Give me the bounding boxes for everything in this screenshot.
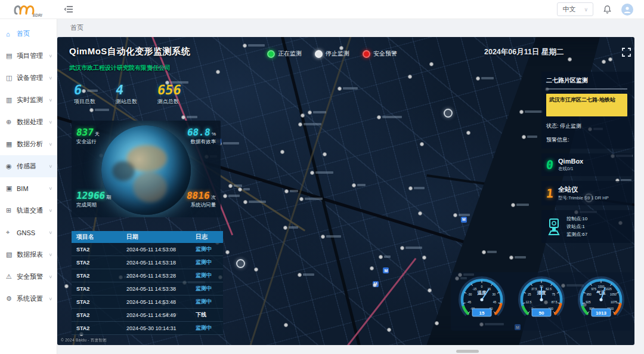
- status-legend: 正在监测停止监测安全预警: [267, 50, 397, 58]
- map-poi-dot: [408, 75, 412, 79]
- user-avatar[interactable]: [621, 4, 633, 16]
- table-row[interactable]: STA2 2024-05-11 14:53:38 监测中: [72, 282, 223, 295]
- sidebar-collapse-icon[interactable]: [64, 5, 73, 13]
- globe-stat-item: 12966期 完成周期: [76, 190, 145, 209]
- sidebar-item-0[interactable]: ⌂ 首页: [0, 23, 57, 45]
- map-poi-dot: [243, 44, 247, 48]
- gauge-湿度: 0 12.5 25 37.5 50 62.5 75 87.5 100 湿度 50: [512, 272, 571, 331]
- cell-date: 2024-05-11 14:53:48: [126, 299, 196, 305]
- map-poi-dot: [228, 184, 233, 188]
- map-poi-dot: [299, 197, 304, 201]
- sidebar-item-2[interactable]: ◫ 设备管理∨: [0, 67, 57, 89]
- monitor-station-marker[interactable]: [236, 259, 245, 268]
- map-poi-dot: [284, 189, 289, 193]
- map-poi-dot: [181, 115, 185, 119]
- map-poi-dot: [387, 328, 391, 332]
- dashboard-title: QimMoS自动化变形监测系统: [69, 46, 190, 57]
- sidebar-item-5[interactable]: ▦ 数据分析∨: [0, 133, 57, 155]
- cell-status: 监测中: [196, 298, 228, 306]
- map-canvas[interactable]: MMMMMMM QimMoS自动化变形监测系统 武汉市政工程设计研究院有限责任公…: [57, 37, 634, 345]
- table-row[interactable]: STA2 2024-05-11 14:54:49 下线: [72, 309, 223, 322]
- device-summary-全站仪: 1 全站仪 型号:Trimble S9 1 DR HP: [541, 181, 632, 205]
- metro-station-marker[interactable]: M: [461, 217, 467, 223]
- globe-stat-label: 完成周期: [76, 202, 145, 209]
- location-item[interactable]: 武汉市江岸区二七路-地铁站: [546, 94, 627, 116]
- table-row[interactable]: STA2 2024-05-11 14:53:08 监测中: [72, 243, 223, 256]
- svg-text:62.5: 62.5: [546, 287, 552, 291]
- cell-date: 2024-05-11 14:53:08: [126, 247, 196, 253]
- cell-status: 监测中: [196, 272, 228, 279]
- sidebar-item-11[interactable]: ⚠ 安全预警∨: [0, 266, 57, 288]
- svg-text:1013: 1013: [596, 310, 606, 316]
- map-poi-label: [315, 171, 333, 174]
- project-log-table: 项目名日期日志STA2 2024-05-11 14:53:08 监测中STA2 …: [72, 231, 223, 335]
- svg-text:-45: -45: [467, 300, 471, 304]
- sidebar-item-12[interactable]: ⚙ 系统设置∨: [0, 288, 57, 310]
- bim-icon: ▣: [6, 184, 15, 192]
- table-header-cell: 项目名: [76, 233, 126, 241]
- sidebar-item-label: 数据报表: [17, 250, 43, 259]
- map-poi-dot: [370, 266, 374, 270]
- sidebar-item-7[interactable]: ▣ BIM∨: [0, 177, 57, 199]
- weather-gauges-panel: -60 -45 -30 -15 0 15 30 45 60 温度 15 0 12…: [451, 272, 632, 331]
- sidebar-item-label: 首页: [17, 29, 30, 38]
- svg-text:1075: 1075: [611, 300, 617, 304]
- svg-text:1000: 1000: [597, 285, 604, 288]
- district-panel-title: 二七路片区监测: [546, 76, 627, 90]
- stat-label: 测站总数: [116, 98, 137, 106]
- process-icon: ⊕: [6, 118, 15, 126]
- globe-stat-label: 数据有效率: [147, 138, 216, 146]
- map-poi-label: [487, 251, 497, 253]
- dashboard-subtitle: 武汉市政工程设计研究院有限责任公司: [69, 64, 171, 72]
- map-poi-label: [228, 195, 240, 197]
- legend-label: 安全预警: [373, 50, 397, 58]
- table-row[interactable]: STA2 2024-05-30 10:14:31 监测中: [72, 322, 223, 335]
- stat-label: 测点总数: [157, 98, 181, 106]
- map-poi-dot: [509, 256, 513, 260]
- district-monitor-panel: 二七路片区监测 武汉市江岸区二七路-地铁站 状态: 停止监测 预警信息:: [541, 72, 632, 149]
- sidebar-item-9[interactable]: ⌖ GNSS∨: [0, 221, 57, 244]
- sidebar-item-1[interactable]: ▤ 项目管理∨: [0, 45, 57, 67]
- gnss-icon: ⌖: [6, 229, 15, 236]
- table-row[interactable]: STA2 2024-05-11 14:53:18 监测中: [72, 256, 223, 269]
- map-poi-dot: [216, 70, 220, 74]
- table-row[interactable]: STA2 2024-05-11 14:53:48 监测中: [72, 295, 223, 309]
- map-poi-label: [384, 256, 391, 258]
- map-poi-dot: [482, 250, 486, 254]
- sidebar-item-label: 数据分析: [17, 140, 43, 149]
- map-poi-label: [313, 111, 326, 113]
- map-poi-dot: [280, 150, 284, 154]
- notification-bell-icon[interactable]: [603, 5, 612, 14]
- sidebar-item-4[interactable]: ⊕ 数据处理∨: [0, 111, 57, 133]
- svg-text:1050: 1050: [610, 293, 617, 296]
- legend-item: 停止监测: [315, 50, 349, 58]
- map-poi-dot: [321, 235, 325, 239]
- monitor-station-marker[interactable]: [444, 109, 453, 118]
- horizontal-scrollbar-thumb[interactable]: [456, 350, 479, 353]
- sidebar-item-8[interactable]: ⊞ 轨道交通∨: [0, 199, 57, 221]
- map-poi-dot: [400, 246, 404, 250]
- cell-date: 2024-05-11 14:53:18: [126, 260, 196, 266]
- svg-text:87.5: 87.5: [552, 300, 558, 304]
- metro-station-marker[interactable]: M: [383, 267, 389, 273]
- device-summary-qimbox: 0 QimBox 在线0/1: [541, 153, 632, 176]
- sidebar-item-6[interactable]: ◉ 传感器∨: [0, 155, 57, 177]
- map-poi-label: [289, 226, 298, 229]
- map-poi-label: [382, 116, 401, 118]
- sidebar-item-3[interactable]: ▥ 实时监测∨: [0, 89, 57, 111]
- breadcrumb-tab-home[interactable]: 首页: [70, 23, 83, 32]
- language-value: 中文: [562, 5, 575, 14]
- stat-item: 6 项目总数: [74, 82, 95, 106]
- station-counts: 控制点:10设站点:1监测点:67: [566, 215, 587, 238]
- table-row[interactable]: STA2 2024-05-11 14:53:28 监测中: [72, 269, 223, 282]
- fullscreen-icon[interactable]: [622, 48, 631, 59]
- logo-mark: EDRI: [13, 2, 44, 17]
- sidebar-item-10[interactable]: ▧ 数据报表∨: [0, 244, 57, 266]
- sidebar-item-label: 传感器: [17, 162, 36, 171]
- map-poi-dot: [511, 203, 515, 207]
- chevron-down-icon: ∨: [48, 297, 52, 301]
- language-select[interactable]: 中文 ∨: [557, 2, 593, 16]
- rail-icon: ⊞: [6, 207, 15, 214]
- sensor-icon: ◉: [6, 162, 15, 170]
- cell-project: STA2: [76, 325, 126, 331]
